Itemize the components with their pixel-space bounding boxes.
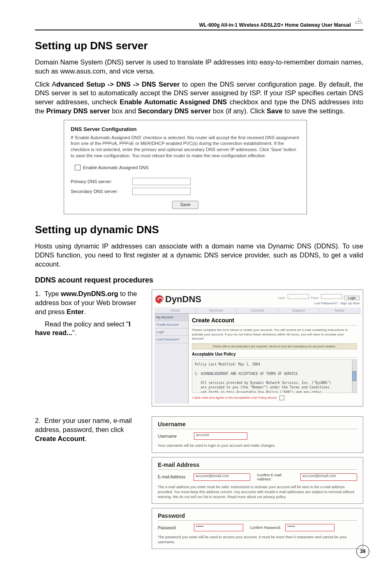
svg-point-3 xyxy=(356,22,357,23)
tab-news[interactable]: News xyxy=(319,308,360,313)
side-my-account[interactable]: My Account xyxy=(154,314,188,321)
router-icon xyxy=(354,16,363,25)
agree-row: I have read and agree to the Acceptable … xyxy=(192,395,357,400)
side-login[interactable]: Login xyxy=(154,328,188,336)
dyndns-screenshot: DynDNS User: Pass: Login Lost Password? … xyxy=(152,289,363,407)
primary-dns-input[interactable] xyxy=(132,178,191,185)
ddns-section-title: Setting up dynamic DNS xyxy=(35,223,363,236)
password-heading: Password xyxy=(158,512,357,521)
password-note: The password you enter will be used to a… xyxy=(158,535,357,544)
email-note: The e-mail address you enter must be val… xyxy=(158,485,357,499)
secondary-dns-input[interactable] xyxy=(132,188,191,195)
dyndns-logo-text: DynDNS xyxy=(165,294,201,305)
dns-intro-paragraph: Domain Name System (DNS) server is used … xyxy=(35,58,363,76)
dns-panel-title: DNS Server Configuration xyxy=(71,126,300,132)
email-block: E-mail Address E-mail Address account@em… xyxy=(152,457,363,504)
username-input[interactable]: account xyxy=(194,432,247,440)
password-confirm-label: Confirm Password: xyxy=(250,526,281,530)
enable-auto-dns-checkbox[interactable] xyxy=(75,165,81,170)
agree-checkbox[interactable] xyxy=(279,395,284,400)
password-label: Password xyxy=(158,526,190,530)
save-button[interactable]: Save xyxy=(172,201,198,209)
create-account-heading: Create Account xyxy=(192,317,357,326)
password-confirm-input[interactable]: •••••• xyxy=(285,524,334,531)
email-confirm-label: Confirm E-mail Address: xyxy=(257,473,296,481)
tab-support[interactable]: Support xyxy=(278,308,319,313)
secondary-dns-label: Secondary DNS server: xyxy=(71,189,132,194)
username-heading: Username xyxy=(158,421,357,429)
tab-account[interactable]: Account xyxy=(237,308,278,313)
scrollbar-thumb[interactable] xyxy=(352,371,356,381)
password-block: Password Password •••••• Confirm Passwor… xyxy=(152,508,363,549)
username-label: Username xyxy=(158,434,190,439)
page-number: 39 xyxy=(356,545,369,558)
enable-auto-dns-label: Enable Automatic Assigned DNS xyxy=(83,165,149,170)
ddns-procedures-title: DDNS acount request procedures xyxy=(35,276,363,285)
required-fields-bar: Fields with a red asterisk(*) are requir… xyxy=(192,343,357,349)
primary-dns-label: Primary DNS server: xyxy=(71,179,132,184)
create-account-intro: Please complete the form below to create… xyxy=(192,328,357,341)
side-create-account[interactable]: Create Account xyxy=(154,321,188,328)
username-note: Your username will be used to login to y… xyxy=(158,443,357,448)
side-lost-password[interactable]: Lost Password? xyxy=(154,336,188,343)
dns-panel-desc: If 'Enable Automatic Assigned DNS' check… xyxy=(71,135,300,159)
dyndns-logo-icon xyxy=(155,295,164,303)
email-confirm-input[interactable]: account@email.com xyxy=(300,473,357,481)
tab-about[interactable]: About xyxy=(154,308,196,313)
dns-section-title: Setting up DNS server xyxy=(35,39,363,52)
aup-heading: Acceptable Use Policy xyxy=(192,352,357,358)
ddns-intro-paragraph: Hosts using dynamic IP addresses can ass… xyxy=(35,242,363,269)
email-label: E-mail Address xyxy=(158,475,189,479)
login-button[interactable]: Login xyxy=(344,296,360,300)
password-input[interactable]: •••••• xyxy=(194,524,243,531)
manual-title: WL-600g All-in-1 Wireless ADSL2/2+ Home … xyxy=(199,22,351,28)
step-2-text: 2. Enter your user name, e-mail address,… xyxy=(35,416,142,443)
top-links[interactable]: Lost Password? · Sign Up Now xyxy=(278,301,360,305)
aup-textbox[interactable]: Policy Last Modified: May 1, 2004 1. ACK… xyxy=(192,359,357,393)
dns-setup-paragraph: Click Advanced Setup -> DNS -> DNS Serve… xyxy=(35,80,363,116)
email-heading: E-mail Address xyxy=(158,462,357,470)
step-1-text: 1. Type www.DynDNS.org to the address bo… xyxy=(35,289,142,338)
tab-services[interactable]: Services xyxy=(196,308,237,313)
email-input[interactable]: account@email.com xyxy=(194,473,250,481)
username-block: Username Username account Your username … xyxy=(152,416,363,452)
